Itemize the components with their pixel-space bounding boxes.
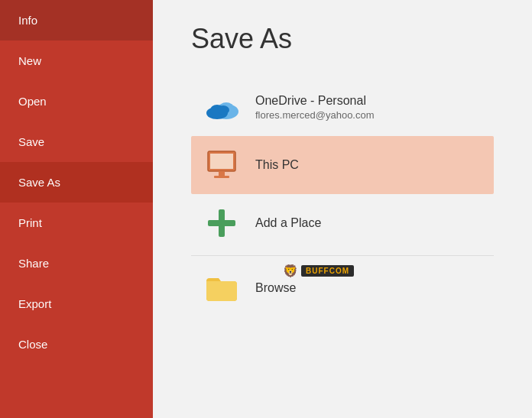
svg-rect-8 — [214, 176, 229, 178]
sidebar-item-label: Open — [18, 95, 47, 108]
sidebar-item-label: Print — [18, 216, 42, 229]
sidebar-item-export[interactable]: Export — [0, 284, 153, 324]
svg-point-4 — [217, 105, 229, 115]
save-options-list: OneDrive - Personal flores.merced@yahoo.… — [191, 78, 494, 317]
onedrive-text: OneDrive - Personal flores.merced@yahoo.… — [255, 94, 375, 121]
svg-rect-6 — [210, 154, 233, 169]
sidebar-item-label: Save — [18, 135, 44, 148]
onedrive-subtitle: flores.merced@yahoo.com — [255, 109, 375, 121]
sidebar-item-label: New — [18, 54, 41, 67]
sidebar-item-label: Share — [18, 257, 49, 270]
watermark: 🦁 BUFFCOM — [283, 264, 354, 278]
sidebar: Info New Open Save Save As Print Share E… — [0, 0, 153, 418]
onedrive-label: OneDrive - Personal — [255, 94, 375, 108]
add-place-text: Add a Place — [255, 216, 321, 230]
sidebar-item-save-as[interactable]: Save As — [0, 162, 153, 203]
sidebar-item-close[interactable]: Close — [0, 324, 153, 365]
onedrive-option[interactable]: OneDrive - Personal flores.merced@yahoo.… — [191, 78, 494, 136]
this-pc-icon — [203, 147, 240, 183]
sidebar-item-label: Save As — [18, 176, 60, 189]
svg-rect-7 — [219, 171, 225, 176]
sidebar-item-open[interactable]: Open — [0, 81, 153, 122]
add-place-label: Add a Place — [255, 216, 321, 230]
sidebar-item-share[interactable]: Share — [0, 243, 153, 284]
add-place-icon — [203, 205, 240, 241]
sidebar-item-print[interactable]: Print — [0, 203, 153, 243]
main-content: Save As OneDrive - Personal flores.merce… — [153, 0, 532, 418]
sidebar-item-label: Export — [18, 297, 51, 310]
page-title: Save As — [191, 23, 494, 55]
browse-icon — [203, 270, 240, 306]
watermark-icon: 🦁 — [283, 264, 298, 278]
watermark-text: BUFFCOM — [301, 265, 354, 277]
divider — [191, 255, 494, 256]
this-pc-option[interactable]: This PC — [191, 136, 494, 194]
sidebar-item-label: Info — [18, 14, 37, 27]
sidebar-item-info[interactable]: Info — [0, 0, 153, 41]
sidebar-item-save[interactable]: Save — [0, 122, 153, 162]
browse-text: Browse — [255, 281, 296, 295]
svg-rect-10 — [208, 220, 235, 226]
add-place-option[interactable]: Add a Place — [191, 194, 494, 252]
this-pc-text: This PC — [255, 158, 299, 172]
sidebar-item-new[interactable]: New — [0, 41, 153, 81]
this-pc-label: This PC — [255, 158, 299, 172]
sidebar-item-label: Close — [18, 338, 47, 351]
onedrive-icon — [203, 89, 240, 125]
browse-label: Browse — [255, 281, 296, 295]
